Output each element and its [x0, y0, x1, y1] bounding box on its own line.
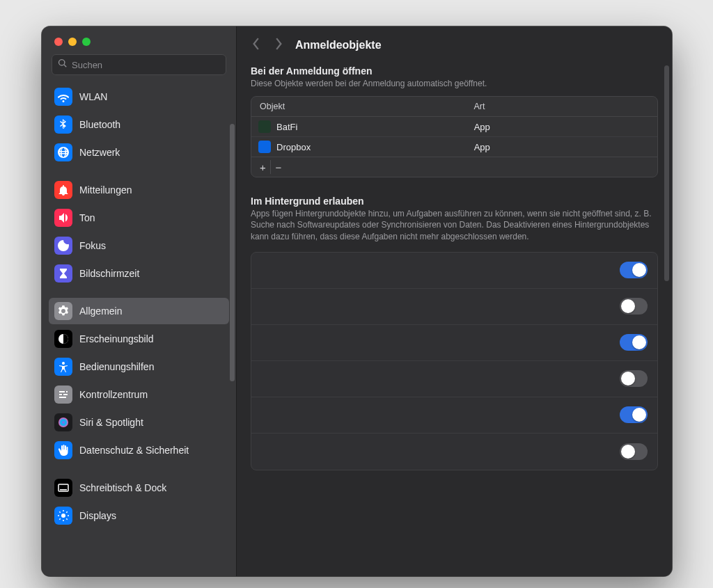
sun-icon	[54, 507, 72, 525]
background-heading: Im Hintergrund erlauben	[251, 196, 658, 207]
sidebar-item-label: Datenschutz & Sicherheit	[79, 445, 189, 456]
login-item-type: App	[474, 142, 650, 152]
table-header: Objekt Art	[251, 97, 657, 117]
sidebar-item-siri-spotlight[interactable]: Siri & Spotlight	[49, 409, 229, 436]
sidebar-item-mitteilungen[interactable]: Mitteilungen	[49, 177, 229, 203]
background-item-toggle[interactable]	[620, 298, 648, 315]
login-items-heading: Bei der Anmeldung öffnen	[251, 65, 658, 77]
page-title: Anmeldeobjekte	[295, 39, 382, 51]
sidebar-item-bildschirmzeit[interactable]: Bildschirmzeit	[49, 260, 229, 287]
sidebar-item-allgemein[interactable]: Allgemein	[49, 298, 229, 324]
sidebar-item-label: Bedienungshilfen	[79, 361, 154, 372]
sidebar-item-erscheinungsbild[interactable]: Erscheinungsbild	[49, 326, 229, 352]
speaker-icon	[54, 209, 72, 227]
login-item-name: Dropbox	[276, 142, 311, 152]
minimize-window-button[interactable]	[68, 38, 77, 46]
sidebar-item-label: Schreibtisch & Dock	[79, 482, 166, 493]
sidebar-item-label: Allgemein	[79, 305, 122, 317]
settings-window: WLANBluetoothNetzwerkMitteilungenTonFoku…	[42, 26, 672, 576]
siri-icon	[54, 413, 72, 431]
moon-icon	[54, 237, 72, 255]
background-item-row	[251, 253, 657, 289]
background-item-row	[251, 361, 657, 397]
sliders-icon	[54, 386, 72, 404]
sidebar-item-datenschutz-sicherheit[interactable]: Datenschutz & Sicherheit	[49, 437, 229, 463]
background-item-toggle[interactable]	[620, 262, 648, 278]
login-item-type: App	[474, 122, 650, 132]
sidebar-item-label: Netzwerk	[79, 147, 120, 158]
zoom-window-button[interactable]	[82, 38, 91, 46]
gear-icon	[54, 302, 72, 320]
login-items-subtitle: Diese Objekte werden bei der Anmeldung a…	[251, 78, 658, 89]
search-input[interactable]	[72, 60, 220, 70]
sidebar-scrollbar[interactable]	[230, 124, 235, 381]
dock-icon	[54, 479, 72, 497]
table-row[interactable]: BatFiApp	[251, 117, 657, 136]
sidebar-item-label: Bluetooth	[79, 119, 120, 130]
sidebar-item-bluetooth[interactable]: Bluetooth	[49, 111, 229, 138]
sidebar-item-label: Siri & Spotlight	[79, 417, 143, 428]
svg-point-1	[62, 362, 65, 365]
remove-login-item-button[interactable]: −	[271, 160, 286, 174]
forward-button[interactable]	[274, 38, 283, 53]
contrast-icon	[54, 330, 72, 348]
svg-rect-4	[60, 489, 67, 491]
sidebar-item-label: Bildschirmzeit	[79, 268, 139, 279]
hand-icon	[54, 441, 72, 459]
bluetooth-icon	[54, 116, 72, 134]
app-icon	[258, 141, 271, 153]
background-item-toggle[interactable]	[620, 370, 648, 387]
access-icon	[54, 358, 72, 376]
background-item-toggle[interactable]	[620, 443, 648, 460]
sidebar-item-bedienungshilfen[interactable]: Bedienungshilfen	[49, 353, 229, 380]
sidebar-item-ton[interactable]: Ton	[49, 205, 229, 231]
add-login-item-button[interactable]: +	[256, 160, 271, 174]
sidebar-item-netzwerk[interactable]: Netzwerk	[49, 139, 229, 166]
globe-icon	[54, 143, 72, 161]
sidebar: WLANBluetoothNetzwerkMitteilungenTonFoku…	[42, 26, 237, 576]
back-button[interactable]	[252, 38, 260, 53]
background-items-list	[251, 252, 658, 470]
table-row[interactable]: DropboxApp	[251, 136, 657, 157]
search-field[interactable]	[52, 54, 226, 75]
column-type: Art	[473, 102, 649, 111]
background-item-row	[251, 325, 657, 361]
background-item-row	[251, 397, 657, 434]
table-footer: + −	[251, 157, 657, 177]
sidebar-item-kontrollzentrum[interactable]: Kontrollzentrum	[49, 381, 229, 408]
main-pane: Anmeldeobjekte Bei der Anmeldung öffnen …	[237, 26, 672, 576]
window-controls	[42, 26, 236, 46]
sidebar-item-label: Kontrollzentrum	[79, 389, 148, 400]
sidebar-item-label: Displays	[79, 510, 116, 521]
background-item-toggle[interactable]	[620, 406, 648, 423]
close-window-button[interactable]	[54, 38, 63, 46]
sidebar-item-label: WLAN	[79, 91, 107, 102]
sidebar-item-label: Fokus	[79, 240, 106, 251]
sidebar-nav: WLANBluetoothNetzwerkMitteilungenTonFoku…	[42, 82, 236, 576]
content-scrollbar[interactable]	[664, 65, 669, 281]
content: Bei der Anmeldung öffnen Diese Objekte w…	[237, 61, 672, 576]
column-object: Objekt	[260, 102, 473, 111]
app-icon	[258, 120, 271, 133]
background-item-row	[251, 434, 657, 470]
svg-point-5	[61, 514, 65, 518]
background-item-toggle[interactable]	[620, 334, 648, 351]
search-icon	[58, 58, 72, 71]
sidebar-item-label: Mitteilungen	[79, 184, 132, 196]
background-subtitle: Apps fügen Hintergrundobjekte hinzu, um …	[251, 208, 658, 242]
login-items-table: Objekt Art BatFiAppDropboxApp + −	[251, 96, 658, 177]
sidebar-item-schreibtisch-dock[interactable]: Schreibtisch & Dock	[49, 475, 229, 501]
hourglass-icon	[54, 264, 72, 283]
sidebar-item-fokus[interactable]: Fokus	[49, 232, 229, 259]
sidebar-item-displays[interactable]: Displays	[49, 502, 229, 529]
sidebar-item-label: Ton	[79, 212, 95, 223]
background-item-row	[251, 289, 657, 325]
sidebar-item-wlan[interactable]: WLAN	[49, 84, 229, 110]
svg-point-2	[58, 418, 68, 427]
bell-icon	[54, 181, 72, 199]
login-item-name: BatFi	[276, 122, 297, 132]
titlebar: Anmeldeobjekte	[237, 26, 672, 61]
sidebar-item-label: Erscheinungsbild	[79, 333, 154, 344]
wifi-icon	[54, 88, 72, 106]
